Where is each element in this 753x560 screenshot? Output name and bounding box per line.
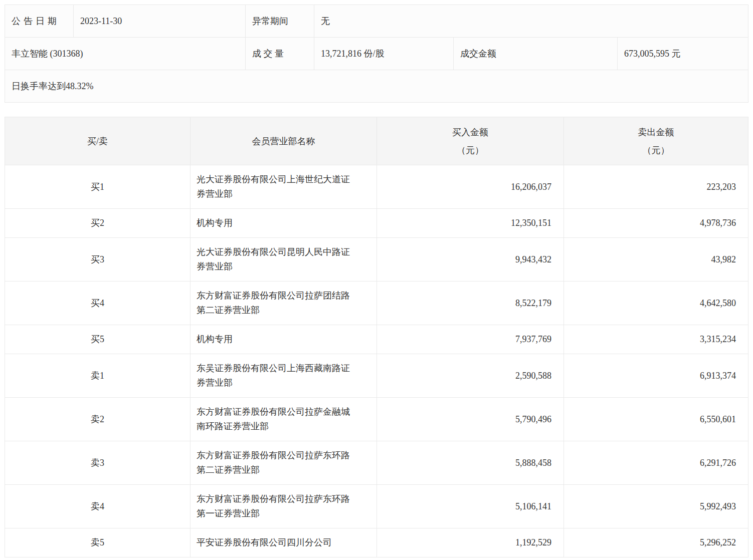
sell-amount-cell: 3,315,234 bbox=[564, 325, 748, 354]
table-row: 卖5 平安证券股份有限公司四川分公司 1,192,529 5,296,252 bbox=[5, 528, 748, 557]
sell-amount-cell: 6,913,374 bbox=[564, 354, 748, 398]
sell-amount-cell: 43,982 bbox=[564, 238, 748, 282]
abnormal-period-value: 无 bbox=[314, 5, 748, 38]
sell-amount-cell: 223,203 bbox=[564, 165, 748, 209]
announce-date-label: 公告日期 bbox=[5, 5, 74, 38]
table-row: 买1 光大证券股份有限公司上海世纪大道证券营业部 16,206,037 223,… bbox=[5, 165, 748, 209]
broker-name-cell: 东方财富证券股份有限公司拉萨金融城南环路证券营业部 bbox=[191, 398, 377, 441]
volume-label: 成 交 量 bbox=[246, 38, 314, 70]
side-cell: 买4 bbox=[5, 282, 191, 325]
side-cell: 卖5 bbox=[5, 528, 191, 557]
header-buy-amount-line2: （元） bbox=[377, 141, 563, 159]
table-row: 买3 光大证券股份有限公司昆明人民中路证券营业部 9,943,432 43,98… bbox=[5, 238, 748, 282]
sell-amount-cell: 4,978,736 bbox=[564, 209, 748, 238]
broker-name-cell: 光大证券股份有限公司昆明人民中路证券营业部 bbox=[191, 238, 377, 282]
table-row: 买2 机构专用 12,350,151 4,978,736 bbox=[5, 209, 748, 238]
stock-info-table: 公告日期 2023-11-30 异常期间 无 丰立智能 (301368) 成 交… bbox=[5, 5, 748, 103]
broker-name-cell: 机构专用 bbox=[191, 325, 377, 354]
table-row: 卖3 东方财富证券股份有限公司拉萨东环路第二证券营业部 5,888,458 6,… bbox=[5, 441, 748, 485]
header-buy-amount: 买入金额 （元） bbox=[377, 117, 564, 165]
buy-amount-cell: 5,888,458 bbox=[377, 441, 564, 485]
broker-name-cell: 东吴证券股份有限公司上海西藏南路证券营业部 bbox=[191, 354, 377, 398]
abnormal-period-label: 异常期间 bbox=[246, 5, 314, 38]
volume-value: 13,721,816 份/股 bbox=[314, 38, 454, 70]
buy-amount-cell: 5,790,496 bbox=[377, 398, 564, 441]
turnover-value: 673,005,595 元 bbox=[618, 38, 748, 70]
table-row: 卖1 东吴证券股份有限公司上海西藏南路证券营业部 2,590,588 6,913… bbox=[5, 354, 748, 398]
broker-name-cell: 平安证券股份有限公司四川分公司 bbox=[191, 528, 377, 557]
side-cell: 卖3 bbox=[5, 441, 191, 485]
broker-name-cell: 光大证券股份有限公司上海世纪大道证券营业部 bbox=[191, 165, 377, 209]
info-row-note: 日换手率达到48.32% bbox=[5, 70, 748, 103]
info-row-date: 公告日期 2023-11-30 异常期间 无 bbox=[5, 5, 748, 38]
header-sell-amount-line2: （元） bbox=[564, 141, 748, 159]
buy-amount-cell: 8,522,179 bbox=[377, 282, 564, 325]
table-row: 买5 机构专用 7,937,769 3,315,234 bbox=[5, 325, 748, 354]
buy-amount-cell: 9,943,432 bbox=[377, 238, 564, 282]
buy-amount-cell: 16,206,037 bbox=[377, 165, 564, 209]
side-cell: 卖2 bbox=[5, 398, 191, 441]
header-branch-name: 会员营业部名称 bbox=[191, 117, 377, 165]
broker-name-cell: 东方财富证券股份有限公司拉萨东环路第一证券营业部 bbox=[191, 485, 377, 528]
header-sell-amount-line1: 卖出金额 bbox=[564, 123, 748, 141]
sell-amount-cell: 5,296,252 bbox=[564, 528, 748, 557]
turnover-label: 成交金额 bbox=[454, 38, 618, 70]
table-row: 卖2 东方财富证券股份有限公司拉萨金融城南环路证券营业部 5,790,496 6… bbox=[5, 398, 748, 441]
side-cell: 买1 bbox=[5, 165, 191, 209]
stock-name: 丰立智能 (301368) bbox=[5, 38, 246, 70]
broker-rankings-table: 买/卖 会员营业部名称 买入金额 （元） 卖出金额 （元） 买1 光大证券股份有… bbox=[5, 117, 748, 557]
turnover-rate-note: 日换手率达到48.32% bbox=[5, 70, 748, 103]
buy-amount-cell: 2,590,588 bbox=[377, 354, 564, 398]
sell-amount-cell: 6,550,601 bbox=[564, 398, 748, 441]
buy-amount-cell: 1,192,529 bbox=[377, 528, 564, 557]
disclosure-page: 公告日期 2023-11-30 异常期间 无 丰立智能 (301368) 成 交… bbox=[0, 0, 753, 560]
header-buy-amount-line1: 买入金额 bbox=[377, 123, 563, 141]
side-cell: 买2 bbox=[5, 209, 191, 238]
sell-amount-cell: 6,291,726 bbox=[564, 441, 748, 485]
broker-name-cell: 东方财富证券股份有限公司拉萨团结路第二证券营业部 bbox=[191, 282, 377, 325]
header-sell-amount: 卖出金额 （元） bbox=[564, 117, 748, 165]
side-cell: 买5 bbox=[5, 325, 191, 354]
broker-name-cell: 机构专用 bbox=[191, 209, 377, 238]
rankings-header-row: 买/卖 会员营业部名称 买入金额 （元） 卖出金额 （元） bbox=[5, 117, 748, 165]
side-cell: 卖4 bbox=[5, 485, 191, 528]
side-cell: 买3 bbox=[5, 238, 191, 282]
sell-amount-cell: 5,992,493 bbox=[564, 485, 748, 528]
sell-amount-cell: 4,642,580 bbox=[564, 282, 748, 325]
header-buy-sell: 买/卖 bbox=[5, 117, 191, 165]
announce-date-value: 2023-11-30 bbox=[74, 5, 246, 38]
buy-amount-cell: 5,106,141 bbox=[377, 485, 564, 528]
table-row: 买4 东方财富证券股份有限公司拉萨团结路第二证券营业部 8,522,179 4,… bbox=[5, 282, 748, 325]
buy-amount-cell: 7,937,769 bbox=[377, 325, 564, 354]
info-row-stock: 丰立智能 (301368) 成 交 量 13,721,816 份/股 成交金额 … bbox=[5, 38, 748, 70]
buy-amount-cell: 12,350,151 bbox=[377, 209, 564, 238]
side-cell: 卖1 bbox=[5, 354, 191, 398]
table-row: 卖4 东方财富证券股份有限公司拉萨东环路第一证券营业部 5,106,141 5,… bbox=[5, 485, 748, 528]
broker-name-cell: 东方财富证券股份有限公司拉萨东环路第二证券营业部 bbox=[191, 441, 377, 485]
